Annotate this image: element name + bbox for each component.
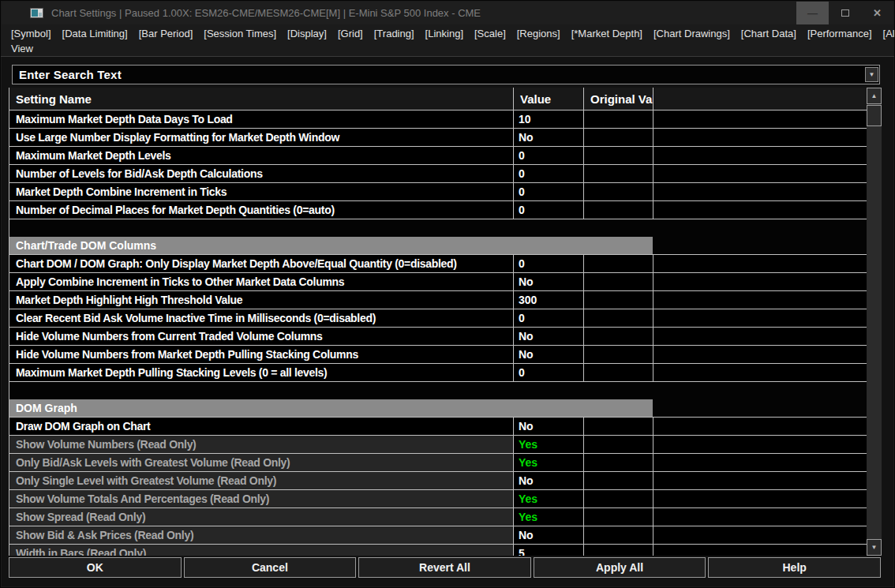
section-header-filler bbox=[653, 237, 867, 254]
setting-value-cell[interactable]: 0 bbox=[513, 201, 583, 219]
setting-value-cell[interactable]: 5 bbox=[513, 545, 583, 556]
scroll-up-button[interactable]: ▲ bbox=[867, 88, 882, 104]
setting-value-cell[interactable]: 300 bbox=[513, 291, 583, 309]
search-dropdown-button[interactable]: ▼ bbox=[865, 67, 878, 82]
maximize-button[interactable] bbox=[829, 2, 861, 24]
help-button[interactable]: Help bbox=[708, 557, 881, 578]
menu-item[interactable]: [Data Limiting] bbox=[62, 28, 128, 39]
setting-value-cell[interactable]: Yes bbox=[513, 490, 583, 507]
menu-item[interactable]: [Regions] bbox=[517, 28, 560, 39]
extra-cell bbox=[653, 364, 867, 381]
app-icon bbox=[30, 8, 43, 18]
section-header-row: Chart/Trade DOM Columns bbox=[9, 237, 867, 255]
search-input[interactable]: Enter Search Text bbox=[13, 68, 865, 81]
table-row[interactable]: Only Bid/Ask Levels with Greatest Volume… bbox=[9, 454, 867, 472]
column-header-original-value[interactable]: Original Val bbox=[583, 88, 653, 110]
close-button[interactable]: ✕ bbox=[861, 2, 893, 24]
menu-item[interactable]: [Chart Drawings] bbox=[653, 28, 730, 39]
setting-name-cell: Market Depth Highlight High Threshold Va… bbox=[9, 291, 513, 309]
setting-value-cell[interactable]: Yes bbox=[513, 436, 583, 453]
menu-item[interactable]: [Alert] bbox=[883, 28, 895, 39]
table-row[interactable]: Hide Volume Numbers from Current Traded … bbox=[9, 328, 867, 346]
cancel-button[interactable]: Cancel bbox=[184, 557, 357, 578]
table-row[interactable]: Clear Recent Bid Ask Volume Inactive Tim… bbox=[9, 309, 867, 328]
table-row[interactable]: Show Volume Totals And Percentages (Read… bbox=[9, 490, 867, 508]
scroll-down-button[interactable]: ▼ bbox=[867, 539, 882, 556]
setting-name-cell: Only Bid/Ask Levels with Greatest Volume… bbox=[9, 454, 513, 471]
setting-value-cell[interactable]: Yes bbox=[513, 454, 583, 471]
setting-name-cell: Market Depth Combine Increment in Ticks bbox=[9, 183, 513, 200]
setting-value-cell[interactable]: Yes bbox=[513, 508, 583, 526]
original-value-cell bbox=[583, 418, 653, 435]
table-scrollbar[interactable]: ▲ ▼ bbox=[867, 88, 882, 556]
section-header-filler bbox=[653, 399, 867, 417]
table-row[interactable]: Width in Bars (Read Only)5 bbox=[9, 545, 867, 556]
table-body: Maximum Market Depth Data Days To Load10… bbox=[9, 110, 867, 556]
scrollbar-thumb[interactable] bbox=[867, 105, 882, 126]
table-row[interactable]: Show Volume Numbers (Read Only)Yes bbox=[9, 436, 867, 454]
table-row[interactable]: Apply Combine Increment in Ticks to Othe… bbox=[9, 273, 867, 291]
menu-item[interactable]: [Performance] bbox=[807, 28, 872, 39]
menu-item[interactable]: [Bar Period] bbox=[139, 28, 193, 39]
minimize-button[interactable]: — bbox=[796, 2, 829, 24]
setting-value-cell[interactable]: No bbox=[513, 129, 583, 146]
table-row[interactable]: Show Spread (Read Only)Yes bbox=[9, 508, 867, 526]
menu-item[interactable]: [Session Times] bbox=[204, 28, 276, 39]
setting-value-cell[interactable]: 0 bbox=[513, 364, 583, 381]
menu-item[interactable]: [Scale] bbox=[474, 28, 506, 39]
setting-name-cell: Draw DOM Graph on Chart bbox=[9, 418, 513, 435]
setting-value-cell[interactable]: No bbox=[513, 328, 583, 345]
scroll-down-icon: ▼ bbox=[871, 544, 878, 551]
extra-cell bbox=[653, 490, 867, 507]
setting-value-cell[interactable]: No bbox=[513, 418, 583, 435]
table-row[interactable]: Chart DOM / DOM Graph: Only Display Mark… bbox=[9, 255, 867, 273]
setting-value-cell[interactable]: 10 bbox=[513, 110, 583, 128]
menu-item[interactable]: View bbox=[11, 43, 33, 54]
column-header-value[interactable]: Value bbox=[513, 88, 583, 110]
table-row[interactable]: Maximum Market Depth Data Days To Load10 bbox=[9, 110, 867, 129]
table-row[interactable]: Maximum Market Depth Levels0 bbox=[9, 147, 867, 165]
original-value-cell bbox=[583, 436, 653, 453]
setting-value-cell[interactable]: No bbox=[513, 526, 583, 544]
search-combo[interactable]: Enter Search Text ▼ bbox=[12, 65, 880, 84]
ok-button[interactable]: OK bbox=[9, 557, 182, 578]
table-row[interactable]: Only Single Level with Greatest Volume (… bbox=[9, 472, 867, 490]
apply-all-button[interactable]: Apply All bbox=[534, 557, 706, 578]
setting-value-cell[interactable]: 0 bbox=[513, 147, 583, 164]
column-header-setting-name[interactable]: Setting Name bbox=[9, 88, 513, 110]
table-row[interactable]: Number of Decimal Places for Market Dept… bbox=[9, 201, 867, 219]
table-row[interactable]: Market Depth Combine Increment in Ticks0 bbox=[9, 183, 867, 201]
extra-cell bbox=[653, 346, 867, 363]
table-row[interactable]: Use Large Number Display Formatting for … bbox=[9, 129, 867, 147]
setting-name-cell: Width in Bars (Read Only) bbox=[9, 545, 513, 556]
menu-item[interactable]: [Linking] bbox=[425, 28, 463, 39]
menu-item[interactable]: [*Market Depth] bbox=[571, 28, 642, 39]
setting-value-cell[interactable]: No bbox=[513, 346, 583, 363]
setting-name-cell: Apply Combine Increment in Ticks to Othe… bbox=[9, 273, 513, 290]
table-row[interactable]: Draw DOM Graph on ChartNo bbox=[9, 418, 867, 436]
setting-value-cell[interactable]: 0 bbox=[513, 183, 583, 200]
table-gap-row bbox=[9, 219, 867, 237]
revert-all-button[interactable]: Revert All bbox=[358, 557, 531, 578]
setting-name-cell: Maximum Market Depth Data Days To Load bbox=[9, 110, 513, 128]
table-row[interactable]: Hide Volume Numbers from Market Depth Pu… bbox=[9, 346, 867, 364]
table-row[interactable]: Market Depth Highlight High Threshold Va… bbox=[9, 291, 867, 309]
table-row[interactable]: Number of Levels for Bid/Ask Depth Calcu… bbox=[9, 165, 867, 183]
footer-buttons: OKCancelRevert AllApply AllHelp bbox=[9, 557, 881, 578]
setting-value-cell[interactable]: No bbox=[513, 472, 583, 489]
close-icon: ✕ bbox=[873, 7, 882, 19]
menu-item[interactable]: [Display] bbox=[287, 28, 327, 39]
table-row[interactable]: Show Bid & Ask Prices (Read Only)No bbox=[9, 526, 867, 545]
table-row[interactable]: Maximum Market Depth Pulling Stacking Le… bbox=[9, 364, 867, 382]
menu-item[interactable]: [Trading] bbox=[374, 28, 414, 39]
setting-value-cell[interactable]: No bbox=[513, 273, 583, 290]
extra-cell bbox=[653, 418, 867, 435]
setting-name-cell: Show Volume Totals And Percentages (Read… bbox=[9, 490, 513, 507]
setting-value-cell[interactable]: 0 bbox=[513, 165, 583, 182]
menu-item[interactable]: [Grid] bbox=[338, 28, 363, 39]
menu-item[interactable]: [Chart Data] bbox=[741, 28, 796, 39]
setting-value-cell[interactable]: 0 bbox=[513, 255, 583, 272]
window-title: Chart Settings | Paused 1.00X: ESM26-CME… bbox=[51, 7, 481, 19]
menu-item[interactable]: [Symbol] bbox=[11, 28, 51, 39]
setting-value-cell[interactable]: 0 bbox=[513, 309, 583, 327]
